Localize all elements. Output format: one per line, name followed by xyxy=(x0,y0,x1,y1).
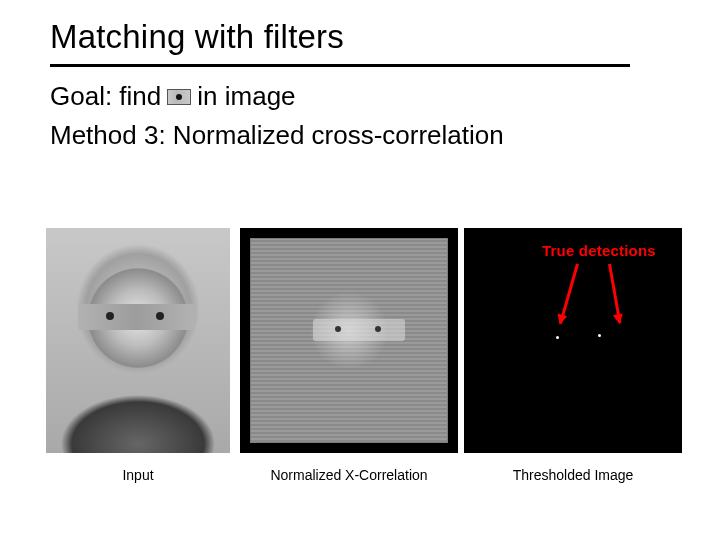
true-detections-label: True detections xyxy=(542,242,656,259)
thresholded-black: True detections xyxy=(464,228,682,453)
portrait-placeholder xyxy=(46,228,230,453)
arrow-icon xyxy=(608,264,621,324)
figure-row: Input Normalized X-Correlation True dete… xyxy=(46,228,682,483)
method-line: Method 3: Normalized cross-correlation xyxy=(50,120,680,151)
xcorr-dot-left xyxy=(335,326,341,332)
arrow-icon xyxy=(559,264,579,324)
eye-dot-right xyxy=(156,312,164,320)
xcorr-image xyxy=(240,228,458,453)
goal-line: Goal: find in image xyxy=(50,81,680,112)
detection-dot xyxy=(598,334,601,337)
goal-text-pre: Goal: find xyxy=(50,81,161,112)
eye-template-icon xyxy=(167,89,191,105)
goal-text-post: in image xyxy=(197,81,295,112)
caption-thresholded: Thresholded Image xyxy=(513,467,634,483)
input-image xyxy=(46,228,230,453)
xcorr-eye-region xyxy=(313,319,405,341)
figure-thresholded: True detections Thresholded Image xyxy=(464,228,682,483)
slide: Matching with filters Goal: find in imag… xyxy=(0,0,720,540)
eye-bar-overlay xyxy=(78,304,194,330)
xcorr-texture xyxy=(250,238,448,443)
figure-input: Input xyxy=(46,228,230,483)
title-underline xyxy=(50,64,630,67)
caption-xcorr: Normalized X-Correlation xyxy=(270,467,427,483)
thresholded-image: True detections xyxy=(464,228,682,453)
eye-dot-left xyxy=(106,312,114,320)
figure-xcorr: Normalized X-Correlation xyxy=(240,228,458,483)
detection-dot xyxy=(556,336,559,339)
slide-title: Matching with filters xyxy=(50,18,680,62)
caption-input: Input xyxy=(122,467,153,483)
xcorr-dot-right xyxy=(375,326,381,332)
